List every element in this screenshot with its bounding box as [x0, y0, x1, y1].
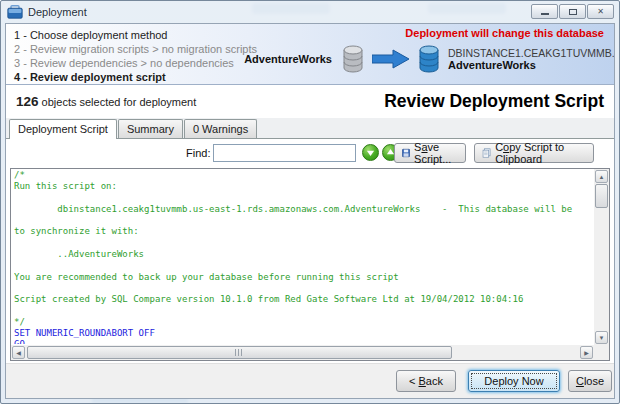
back-button[interactable]: < Back: [396, 370, 456, 392]
wizard-step-2: 2 - Review migration scripts > no migrat…: [14, 42, 257, 56]
object-count-number: 126: [16, 94, 39, 109]
script-line: */: [14, 317, 593, 328]
arrow-down-icon: [366, 148, 375, 157]
tab-warnings[interactable]: 0 Warnings: [184, 119, 257, 138]
tab-deployment-script[interactable]: Deployment Script: [9, 119, 117, 139]
script-viewer: /*Run this script on: dbinstance1.ceakg1…: [10, 168, 610, 361]
save-icon: [402, 147, 410, 159]
wizard-header: 1 - Choose deployment method 2 - Review …: [6, 24, 614, 85]
script-line: to synchronize it with:: [14, 226, 593, 237]
close-icon: ✕: [597, 8, 604, 16]
page-title: Review Deployment Script: [384, 91, 604, 112]
scroll-up-icon[interactable]: ▲: [595, 170, 608, 183]
deployment-script-panel: Find: Save Script...: [6, 138, 614, 363]
object-count: 126 objects selected for deployment: [16, 94, 196, 109]
script-line: Script created by SQL Compare version 10…: [14, 294, 593, 305]
scroll-right-icon[interactable]: ▶: [580, 346, 593, 359]
desktop-background: Deployment ✕ 1 - Choose deployment metho…: [0, 0, 620, 404]
vertical-scroll-thumb[interactable]: [595, 184, 608, 208]
copy-icon: [482, 147, 491, 159]
deploy-now-button[interactable]: Deploy Now: [468, 370, 560, 392]
dialog-body: 1 - Choose deployment method 2 - Review …: [5, 23, 615, 399]
find-label: Find:: [186, 147, 210, 159]
script-line: ..AdventureWorks: [14, 249, 593, 260]
find-next-button[interactable]: [362, 144, 379, 161]
scrollbar-corner: [594, 345, 609, 360]
script-line: [14, 283, 593, 294]
script-line: [14, 215, 593, 226]
deployment-dialog: Deployment ✕ 1 - Choose deployment metho…: [0, 0, 620, 404]
deployment-warning: Deployment will change this database: [405, 27, 604, 39]
vertical-scrollbar[interactable]: ▲ ▼: [594, 169, 609, 345]
title-bar[interactable]: Deployment ✕: [1, 1, 619, 23]
script-line: [14, 260, 593, 271]
save-script-label: Save Script...: [414, 141, 458, 165]
script-line: [14, 306, 593, 317]
target-database-label: AdventureWorks: [448, 59, 606, 71]
minimize-button[interactable]: [531, 4, 558, 19]
target-database-icon: [418, 45, 440, 73]
close-button[interactable]: Close: [568, 370, 612, 392]
minimize-icon: [541, 13, 549, 15]
script-line: Run this script on:: [14, 181, 593, 192]
scroll-down-icon[interactable]: ▼: [595, 331, 608, 344]
deploy-direction-arrow-icon: [372, 49, 410, 69]
script-content[interactable]: /*Run this script on: dbinstance1.ceakg1…: [14, 170, 593, 344]
copy-script-label: Copy Script to Clipboard: [495, 141, 586, 165]
wizard-step-4: 4 - Review deployment script: [14, 70, 257, 84]
tab-strip: Deployment Script Summary 0 Warnings: [6, 118, 614, 138]
app-icon: [7, 5, 23, 19]
wizard-steps: 1 - Choose deployment method 2 - Review …: [14, 28, 257, 84]
footer-bar: < Back Deploy Now Close: [6, 363, 614, 398]
script-line: /*: [14, 170, 593, 181]
source-database-icon: [342, 45, 364, 73]
wizard-step-1: 1 - Choose deployment method: [14, 28, 257, 42]
maximize-button[interactable]: [559, 4, 586, 19]
script-line: [14, 238, 593, 249]
horizontal-scroll-thumb[interactable]: [27, 346, 452, 359]
database-flow-graphic: AdventureWorks: [244, 45, 606, 73]
find-input[interactable]: [213, 144, 356, 162]
scroll-grip-icon: [235, 349, 244, 356]
script-line: [14, 193, 593, 204]
target-database-info: DBINSTANCE1.CEAKG1TUVMMB.US... Adventure…: [448, 47, 606, 71]
window-title: Deployment: [28, 6, 87, 18]
maximize-icon: [569, 9, 577, 15]
tab-summary[interactable]: Summary: [118, 119, 183, 138]
summary-band: 126 objects selected for deployment Revi…: [6, 85, 614, 118]
script-line: GO: [14, 339, 593, 344]
object-count-text: objects selected for deployment: [39, 96, 197, 108]
source-database-label: AdventureWorks: [244, 53, 332, 65]
script-line: SET NUMERIC_ROUNDABORT OFF: [14, 328, 593, 339]
copy-script-button[interactable]: Copy Script to Clipboard: [474, 143, 594, 163]
script-line: You are recommended to back up your data…: [14, 272, 593, 283]
horizontal-scrollbar[interactable]: ◀ ▶: [11, 345, 594, 360]
close-window-button[interactable]: ✕: [587, 4, 614, 19]
target-server-name: DBINSTANCE1.CEAKG1TUVMMB.US...: [448, 47, 606, 59]
find-toolbar: Find: Save Script...: [6, 139, 614, 167]
script-line: dbinstance1.ceakg1tuvmmb.us-east-1.rds.a…: [14, 204, 593, 215]
save-script-button[interactable]: Save Script...: [394, 143, 466, 163]
scroll-left-icon[interactable]: ◀: [12, 346, 25, 359]
wizard-step-3: 3 - Review dependencies > no dependencie…: [14, 56, 257, 70]
